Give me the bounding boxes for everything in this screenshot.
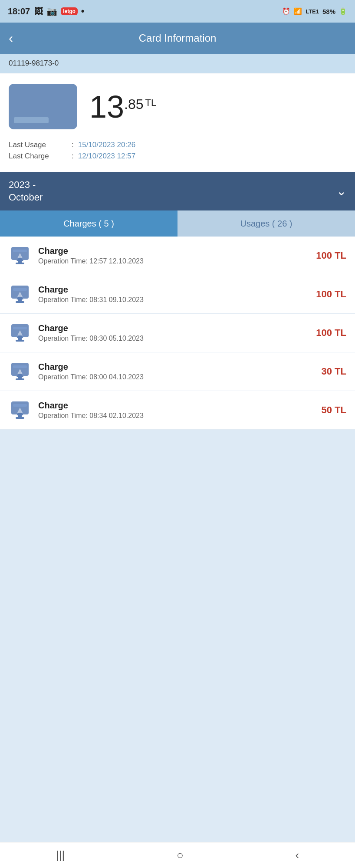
card-number: 01119-98173-0 bbox=[9, 59, 59, 67]
card-section: 13 .85 TL bbox=[0, 73, 355, 138]
status-icons: 🖼 📷 letgo • bbox=[34, 6, 84, 17]
svg-rect-4 bbox=[16, 263, 24, 264]
charge-item: Charge Operation Time: 12:57 12.10.2023 … bbox=[0, 237, 355, 275]
svg-rect-1 bbox=[13, 250, 27, 252]
chevron-down-icon: ⌄ bbox=[336, 184, 346, 198]
balance-decimal: .85 bbox=[124, 96, 143, 112]
charge-icon bbox=[9, 360, 31, 383]
svg-rect-25 bbox=[13, 404, 27, 407]
status-right: ⏰ 📶 LTE1 58% 🔋 bbox=[282, 7, 347, 15]
svg-rect-7 bbox=[13, 288, 27, 291]
card-balance: 13 .85 TL bbox=[89, 91, 156, 122]
svg-rect-10 bbox=[16, 301, 24, 303]
balance-currency: TL bbox=[145, 97, 157, 108]
balance-main: 13 bbox=[89, 91, 124, 122]
charge-icon bbox=[9, 283, 31, 306]
header: ‹ Card Information bbox=[0, 23, 355, 54]
tab-charges[interactable]: Charges ( 5 ) bbox=[0, 210, 178, 237]
back-button[interactable]: ‹ bbox=[9, 31, 13, 46]
status-time: 18:07 bbox=[8, 7, 30, 16]
svg-rect-13 bbox=[13, 327, 27, 329]
charge-amount: 100 TL bbox=[316, 250, 346, 261]
camera-icon: 📷 bbox=[46, 6, 57, 16]
svg-rect-19 bbox=[13, 365, 27, 368]
battery-percent: 58% bbox=[322, 8, 335, 15]
tabs: Charges ( 5 ) Usages ( 26 ) bbox=[0, 210, 355, 237]
svg-rect-22 bbox=[16, 378, 24, 380]
bottom-nav: ||| ○ ‹ bbox=[0, 842, 355, 868]
month-text: 2023 -October bbox=[9, 179, 43, 204]
charge-amount: 100 TL bbox=[316, 289, 346, 300]
svg-rect-28 bbox=[16, 417, 24, 419]
app-icon: letgo bbox=[61, 7, 78, 15]
home-button[interactable]: ○ bbox=[164, 844, 197, 866]
page-title: Card Information bbox=[139, 32, 217, 44]
charge-amount: 30 TL bbox=[322, 366, 346, 377]
usages-tab-label: Usages ( 26 ) bbox=[240, 219, 292, 229]
last-charge-label: Last Charge bbox=[9, 152, 72, 161]
status-left: 18:07 🖼 📷 letgo • bbox=[8, 6, 85, 17]
last-usage-colon: : bbox=[72, 141, 74, 149]
card-number-bar: 01119-98173-0 bbox=[0, 54, 355, 73]
svg-rect-16 bbox=[16, 340, 24, 342]
last-charge-colon: : bbox=[72, 152, 74, 161]
wifi-icon: 📶 bbox=[294, 7, 302, 15]
charge-list: Charge Operation Time: 12:57 12.10.2023 … bbox=[0, 237, 355, 430]
charge-info: Charge Operation Time: 08:30 05.10.2023 bbox=[38, 323, 309, 342]
charge-icon bbox=[9, 399, 31, 421]
bottom-space bbox=[0, 430, 355, 820]
charge-item: Charge Operation Time: 08:00 04.10.2023 … bbox=[0, 352, 355, 391]
charge-amount: 100 TL bbox=[316, 327, 346, 339]
charge-name: Charge bbox=[38, 246, 309, 256]
charge-amount: 50 TL bbox=[322, 404, 346, 416]
charge-time: Operation Time: 12:57 12.10.2023 bbox=[38, 257, 309, 265]
charge-time: Operation Time: 08:00 04.10.2023 bbox=[38, 373, 315, 381]
charge-info: Charge Operation Time: 08:31 09.10.2023 bbox=[38, 285, 309, 304]
charge-item: Charge Operation Time: 08:34 02.10.2023 … bbox=[0, 391, 355, 430]
charge-info: Charge Operation Time: 08:00 04.10.2023 bbox=[38, 362, 315, 381]
charge-time: Operation Time: 08:34 02.10.2023 bbox=[38, 412, 315, 420]
charge-time: Operation Time: 08:30 05.10.2023 bbox=[38, 335, 309, 342]
charge-item: Charge Operation Time: 08:30 05.10.2023 … bbox=[0, 314, 355, 352]
charge-icon bbox=[9, 322, 31, 344]
month-selector[interactable]: 2023 -October ⌄ bbox=[0, 172, 355, 210]
charge-name: Charge bbox=[38, 285, 309, 295]
charge-info: Charge Operation Time: 12:57 12.10.2023 bbox=[38, 246, 309, 265]
charge-name: Charge bbox=[38, 401, 315, 411]
charges-tab-label: Charges ( 5 ) bbox=[63, 219, 114, 229]
charge-icon bbox=[9, 244, 31, 267]
back-nav-button[interactable]: ‹ bbox=[282, 844, 312, 866]
last-usage-row: Last Usage : 15/10/2023 20:26 bbox=[9, 141, 346, 149]
charge-name: Charge bbox=[38, 323, 309, 333]
signal-icon: LTE1 bbox=[306, 8, 319, 15]
last-usage-label: Last Usage bbox=[9, 141, 72, 149]
charge-name: Charge bbox=[38, 362, 315, 372]
status-bar: 18:07 🖼 📷 letgo • ⏰ 📶 LTE1 58% 🔋 bbox=[0, 0, 355, 23]
last-usage-value: 15/10/2023 20:26 bbox=[78, 141, 135, 149]
charge-item: Charge Operation Time: 08:31 09.10.2023 … bbox=[0, 275, 355, 314]
alarm-icon: ⏰ bbox=[282, 7, 290, 15]
charge-time: Operation Time: 08:31 09.10.2023 bbox=[38, 296, 309, 304]
dot-icon: • bbox=[81, 6, 85, 17]
menu-button[interactable]: ||| bbox=[43, 844, 78, 866]
battery-icon: 🔋 bbox=[339, 7, 347, 15]
card-visual bbox=[9, 84, 77, 129]
last-charge-value: 12/10/2023 12:57 bbox=[78, 152, 135, 161]
tab-usages[interactable]: Usages ( 26 ) bbox=[178, 210, 355, 237]
charge-info: Charge Operation Time: 08:34 02.10.2023 bbox=[38, 401, 315, 420]
last-charge-row: Last Charge : 12/10/2023 12:57 bbox=[9, 152, 346, 161]
card-stripe bbox=[14, 117, 49, 123]
photo-icon: 🖼 bbox=[34, 7, 43, 16]
info-section: Last Usage : 15/10/2023 20:26 Last Charg… bbox=[0, 138, 355, 172]
